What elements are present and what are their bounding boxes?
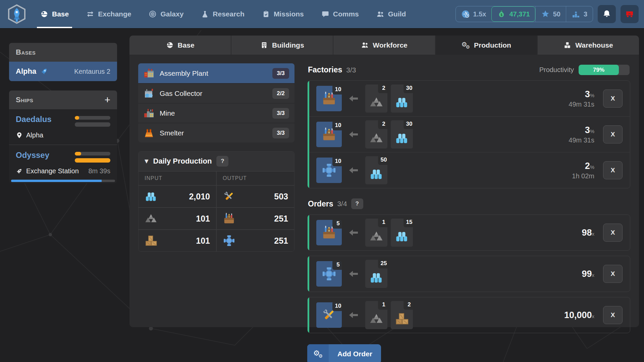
tab-base[interactable]: Base [129, 36, 231, 55]
cancel-order-button[interactable]: X [603, 306, 623, 324]
tab-workforce[interactable]: Workforce [333, 36, 435, 55]
raid-alert-button[interactable] [621, 5, 639, 23]
cancel-order-button[interactable]: X [603, 224, 623, 242]
add-order-button[interactable]: ⚙⚙ Add Order [307, 344, 381, 362]
cancel-factory-button[interactable]: X [603, 161, 623, 179]
ships-header: Ships + [9, 90, 117, 109]
orders-title: Orders [308, 199, 333, 208]
nav-tab-guild[interactable]: Guild [376, 0, 406, 28]
item-qty-badge: 15 [404, 217, 415, 227]
add-order-label: Add Order [329, 350, 381, 358]
tab-warehouse[interactable]: Warehouse [538, 36, 639, 55]
ship-gauge-bar [75, 122, 110, 127]
ship-gauge-bar [75, 116, 110, 120]
bell-icon [602, 9, 611, 19]
nav-tab-missions[interactable]: Missions [262, 0, 304, 28]
tab-label: Buildings [272, 41, 304, 49]
nav-tab-label: Base [52, 10, 69, 18]
input-item-aluminium[interactable]: 15 [391, 219, 413, 247]
bases-header: Bases [9, 43, 117, 62]
order-multiplier: 99x [582, 269, 594, 279]
cancel-order-button[interactable]: X [603, 265, 623, 283]
factory-progress: 2% 1h 02m [572, 161, 594, 180]
daily-output-row: 251 [217, 229, 294, 251]
output-item-tools[interactable]: 10 [316, 302, 342, 328]
smelter-icon [144, 128, 154, 138]
item-qty-badge: 2 [378, 119, 389, 129]
item-qty-badge: 10 [332, 301, 344, 311]
help-button[interactable]: ? [216, 156, 228, 167]
cancel-factory-button[interactable]: X [603, 125, 623, 143]
notifications-button[interactable] [598, 5, 616, 23]
ore-icon [145, 212, 157, 225]
building-item-smelter[interactable]: Smelter 3/3 [138, 123, 294, 142]
stat-credits[interactable]: $ 47,371 [491, 6, 535, 22]
guild-people-icon [376, 10, 384, 18]
output-item-toolbox[interactable]: 5 [316, 220, 342, 245]
ship-gauges [75, 150, 110, 163]
daily-production-table: INPUT 2,010 101 101 [139, 171, 294, 251]
stat-level[interactable]: 50 [535, 6, 566, 22]
progress-value: 2 [585, 161, 590, 171]
add-ship-button[interactable]: + [104, 95, 110, 105]
ship-name-link[interactable]: Daedalus [16, 115, 52, 124]
daily-production-title: Daily Production [153, 157, 212, 166]
input-item-aluminium[interactable]: 30 [391, 120, 413, 148]
exchange-arrows-icon [86, 10, 94, 18]
output-item-toolbox[interactable]: 10 [316, 122, 342, 147]
output-item-toolbox[interactable]: 10 [316, 86, 342, 111]
input-item-ore[interactable]: 1 [365, 301, 387, 329]
output-item-machine-parts[interactable]: 10 [316, 158, 342, 183]
building-name: Smelter [160, 129, 184, 137]
toolbox-icon [223, 212, 235, 225]
tools-icon [223, 190, 235, 203]
item-qty-badge: 2 [404, 300, 415, 310]
input-item-planks[interactable]: 2 [391, 301, 413, 329]
bases-panel: Bases Alpha Kentaurus 2 [9, 43, 117, 81]
orders-help-button[interactable]: ? [351, 198, 363, 209]
mine-icon [144, 108, 154, 119]
nav-tab-exchange[interactable]: Exchange [86, 0, 131, 28]
factories-header: Factories 3/3 Productivity 79% [308, 65, 630, 75]
building-name: Mine [160, 109, 175, 117]
base-item-alpha[interactable]: Alpha Kentaurus 2 [9, 62, 117, 81]
input-item-aluminium[interactable]: 30 [391, 84, 413, 113]
star-icon [541, 10, 550, 18]
input-item-aluminium[interactable]: 25 [365, 260, 387, 288]
tab-label: Production [474, 41, 511, 49]
ship-gauges [75, 115, 110, 127]
nav-tab-base[interactable]: Base [40, 0, 69, 28]
cancel-factory-button[interactable]: X [603, 89, 623, 108]
daily-input-row: 101 [139, 229, 216, 251]
order-row: 5 25 99x X [307, 256, 630, 292]
tab-label: Warehouse [575, 41, 613, 49]
building-item-gas-collector[interactable]: Gas Collector 2/2 [138, 83, 294, 103]
input-item-ore[interactable]: 2 [365, 120, 387, 148]
input-item-ore[interactable]: 1 [365, 219, 387, 247]
output-item-machine-parts[interactable]: 5 [316, 261, 342, 287]
tab-production[interactable]: ⚙⚙ Production [436, 36, 537, 55]
input-item-ore[interactable]: 2 [365, 84, 387, 113]
nav-tab-galaxy[interactable]: Galaxy [149, 0, 183, 28]
progress-unit: % [590, 128, 594, 134]
top-nav: Base Exchange Galaxy Research Missions C… [0, 0, 644, 28]
progress-unit: % [590, 93, 594, 98]
stat-speed-boost[interactable]: 1.5x [456, 6, 492, 22]
ship-destination: Exchange Station [26, 167, 79, 175]
building-item-assembly-plant[interactable]: Assembly Plant 3/3 [138, 63, 294, 83]
building-name: Assembly Plant [160, 69, 208, 77]
tab-buildings[interactable]: Buildings [231, 36, 333, 55]
ship-name-link[interactable]: Odyssey [16, 150, 49, 160]
active-stripe [308, 81, 309, 188]
progress-unit: % [590, 164, 594, 170]
daily-production-header[interactable]: ▼ Daily Production ? [139, 152, 294, 171]
ship-gauge-bar [75, 158, 110, 163]
column-header-output: OUTPUT [217, 171, 294, 185]
stat-rank[interactable]: 3 [566, 6, 593, 22]
building-item-mine[interactable]: Mine 3/3 [138, 103, 294, 123]
app-logo[interactable] [7, 4, 26, 24]
nav-tab-comms[interactable]: Comms [321, 0, 359, 28]
item-qty-badge: 50 [378, 155, 389, 165]
input-item-aluminium[interactable]: 50 [365, 156, 387, 184]
nav-tab-research[interactable]: Research [201, 0, 245, 28]
